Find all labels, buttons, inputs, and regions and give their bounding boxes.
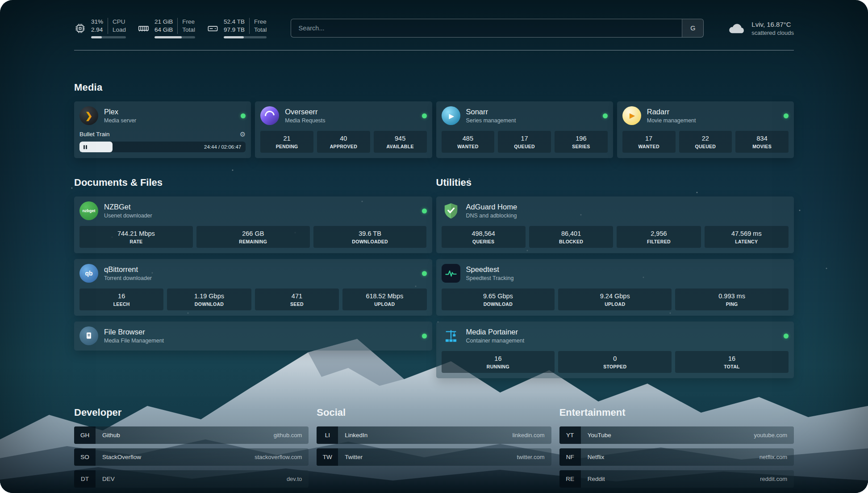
adguard-card[interactable]: AdGuard Home DNS and adblocking 498,564Q… <box>436 196 794 253</box>
developer-column: Developer GH Github github.com SO StackO… <box>74 407 309 492</box>
stat-upload: 9.24 GbpsUPLOAD <box>558 288 672 310</box>
service-name: AdGuard Home <box>466 203 517 211</box>
weather-widget: Lviv, 16.87°C scattered clouds <box>728 21 794 36</box>
cpu-widget: 31% 2.94 CPU Load <box>74 18 126 38</box>
media-grid: ❯ Plex Media server Bullet Train ⚙ 24:44… <box>74 101 794 158</box>
bookmark-url: youtube.com <box>754 426 794 444</box>
section-title-media: Media <box>74 82 794 93</box>
service-description: Media File Management <box>104 338 164 344</box>
social-column: Social LI LinkedIn linkedin.com TW Twitt… <box>317 407 551 470</box>
stat-filtered: 2,956FILTERED <box>617 226 701 248</box>
bookmark-url: linkedin.com <box>512 426 551 444</box>
bookmark-stackoverflow[interactable]: SO StackOverflow stackoverflow.com <box>74 448 309 466</box>
now-playing-title: Bullet Train <box>79 131 110 138</box>
status-dot <box>784 113 789 118</box>
stat-pending: 21PENDING <box>260 131 313 153</box>
gear-icon[interactable]: ⚙ <box>240 131 246 138</box>
stat-stopped: 0STOPPED <box>558 351 672 373</box>
nzbget-icon: nzbget <box>79 201 98 220</box>
search-input[interactable] <box>291 19 682 37</box>
stat-movies: 834MOVIES <box>735 131 789 153</box>
plex-card[interactable]: ❯ Plex Media server Bullet Train ⚙ 24:44… <box>74 101 251 158</box>
weather-location: Lviv, 16.87°C <box>751 21 794 28</box>
service-name: Sonarr <box>466 108 516 116</box>
stat-leech: 16LEECH <box>79 288 163 310</box>
filebrowser-card[interactable]: File Browser Media File Management <box>74 322 432 351</box>
disk-usage-bar <box>224 36 267 38</box>
memory-icon <box>138 22 150 34</box>
pause-icon[interactable] <box>83 145 85 149</box>
bookmark-linkedin[interactable]: LI LinkedIn linkedin.com <box>317 426 551 444</box>
adguard-shield-icon <box>442 201 460 220</box>
bookmark-name: Twitter <box>338 448 363 466</box>
portainer-card[interactable]: Media Portainer Container management 16R… <box>436 322 794 378</box>
service-name: NZBGet <box>104 203 152 211</box>
service-name: Plex <box>104 108 136 116</box>
bookmark-netflix[interactable]: NF Netflix netflix.com <box>559 448 794 466</box>
memory-total-label: Total <box>182 26 195 34</box>
bookmark-url: stackoverflow.com <box>255 448 309 466</box>
bookmark-reddit[interactable]: RE Reddit reddit.com <box>559 470 794 488</box>
stat-download: 1.19 GbpsDOWNLOAD <box>167 288 251 310</box>
radarr-card[interactable]: ▶ Radarr Movie management 17WANTED 22QUE… <box>617 101 794 158</box>
cpu-load-value: 2.94 <box>91 26 103 34</box>
stat-remaining: 266 GBREMAINING <box>196 226 310 248</box>
bookmark-youtube[interactable]: YT YouTube youtube.com <box>559 426 794 444</box>
section-title-utilities: Utilities <box>436 177 794 188</box>
utilities-column: Utilities <box>436 177 794 378</box>
stat-seed: 471SEED <box>255 288 339 310</box>
sonarr-card[interactable]: ▶ Sonarr Series management 485WANTED 17Q… <box>436 101 613 158</box>
disk-usage-bar-fill <box>224 36 244 38</box>
bookmark-dev[interactable]: DT DEV dev.to <box>74 470 309 488</box>
overseerr-icon <box>260 106 279 125</box>
service-name: Overseerr <box>285 108 325 116</box>
qbittorrent-card[interactable]: qb qBittorrent Torrent downloader 16LEEC… <box>74 259 432 316</box>
overseerr-card[interactable]: Overseerr Media Requests 21PENDING 40APP… <box>255 101 432 158</box>
top-bar: 31% 2.94 CPU Load <box>74 18 794 38</box>
cpu-usage-bar <box>91 36 126 38</box>
stat-download: 9.65 GbpsDOWNLOAD <box>442 288 555 310</box>
service-name: Speedtest <box>466 265 514 274</box>
weather-condition: scattered clouds <box>751 29 794 36</box>
bookmark-abbr: GH <box>74 426 96 444</box>
bookmark-abbr: LI <box>317 426 338 444</box>
search-provider-button[interactable]: G <box>682 19 703 37</box>
bookmark-name: StackOverflow <box>96 448 141 466</box>
cpu-icon <box>74 22 86 34</box>
bookmark-name: YouTube <box>581 426 611 444</box>
service-name: Radarr <box>647 108 696 116</box>
memory-widget: 21 GiB 64 GiB Free Total <box>138 18 195 38</box>
cpu-usage-bar-fill <box>91 36 102 38</box>
dashboard-window: 31% 2.94 CPU Load <box>0 0 868 493</box>
service-description: Usenet downloader <box>104 213 152 219</box>
bookmark-github[interactable]: GH Github github.com <box>74 426 309 444</box>
bookmark-abbr: NF <box>559 448 581 466</box>
playback-time: 24:44 / 02:06:47 <box>204 144 241 150</box>
speedtest-waveform-icon <box>442 264 460 283</box>
bookmark-name: LinkedIn <box>338 426 367 444</box>
stat-approved: 40APPROVED <box>317 131 370 153</box>
nzbget-card[interactable]: nzbget NZBGet Usenet downloader 744.21 M… <box>74 196 432 253</box>
service-name: Media Portainer <box>466 328 525 336</box>
bookmark-abbr: TW <box>317 448 338 466</box>
service-description: Media Requests <box>285 117 325 124</box>
stat-queued: 22QUEUED <box>679 131 732 153</box>
sonarr-icon: ▶ <box>442 106 460 125</box>
stat-blocked: 86,401BLOCKED <box>529 226 613 248</box>
status-dot <box>603 113 608 118</box>
section-title-documents: Documents & Files <box>74 177 432 188</box>
status-dot <box>422 113 427 118</box>
bookmark-twitter[interactable]: TW Twitter twitter.com <box>317 448 551 466</box>
bookmark-name: Netflix <box>581 448 605 466</box>
search-bar: G <box>291 19 704 38</box>
cpu-percent-value: 31% <box>91 18 103 26</box>
service-description: Container management <box>466 338 525 344</box>
bookmark-abbr: RE <box>559 470 581 488</box>
service-name: File Browser <box>104 328 164 336</box>
speedtest-card[interactable]: Speedtest Speedtest Tracking 9.65 GbpsDO… <box>436 259 794 316</box>
service-description: Series management <box>466 117 516 124</box>
service-description: Speedtest Tracking <box>466 275 514 281</box>
memory-usage-bar-fill <box>154 36 182 38</box>
qbittorrent-icon: qb <box>79 264 98 283</box>
stat-downloaded: 39.6 TBDOWNLOADED <box>313 226 427 248</box>
